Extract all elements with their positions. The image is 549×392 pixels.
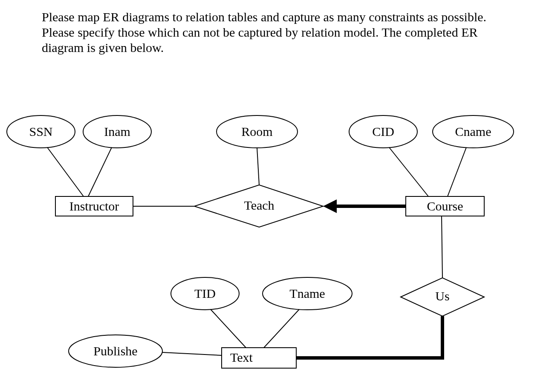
arrow-head — [323, 199, 337, 213]
edge — [448, 147, 466, 196]
relationship-teach — [194, 185, 323, 227]
edge — [88, 147, 112, 196]
attr-inam — [83, 115, 151, 148]
attr-cid — [349, 115, 417, 148]
er-diagram — [0, 0, 549, 392]
attr-room — [217, 115, 298, 148]
entity-text — [222, 348, 296, 368]
edge — [211, 309, 246, 348]
attr-ssn — [7, 115, 75, 148]
edge — [162, 352, 222, 355]
attr-publishe — [69, 335, 162, 367]
edge — [442, 216, 442, 278]
edge — [47, 147, 84, 196]
attr-tid — [171, 277, 239, 310]
attr-cname — [433, 115, 514, 148]
edge — [264, 309, 299, 348]
edge — [389, 147, 428, 196]
relationship-us — [401, 278, 484, 316]
attr-tname — [263, 277, 352, 310]
entity-instructor — [55, 196, 133, 216]
edge-thick — [296, 316, 442, 358]
edge — [257, 148, 259, 185]
entity-course — [406, 196, 484, 216]
